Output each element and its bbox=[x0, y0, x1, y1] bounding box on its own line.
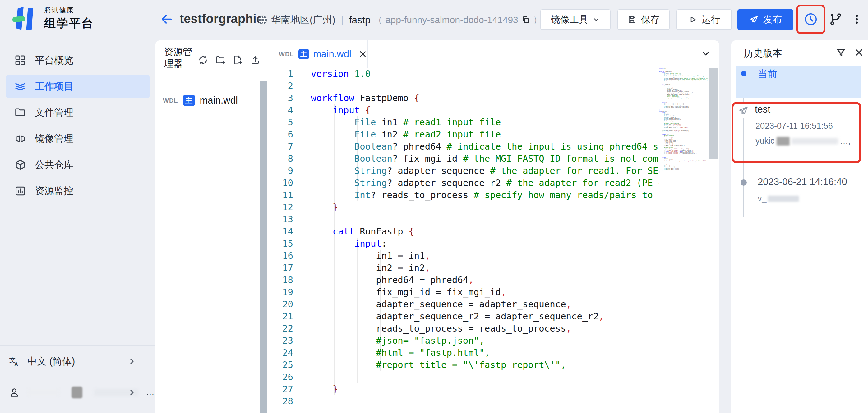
language-selector[interactable]: 文 A 中文 (简体) bbox=[0, 346, 155, 377]
line-number: 19 bbox=[268, 286, 293, 298]
tab-close-icon[interactable] bbox=[358, 50, 368, 59]
monitor-icon bbox=[14, 185, 26, 197]
brand-main: 组学平台 bbox=[44, 16, 94, 31]
line-number: 11 bbox=[268, 189, 293, 201]
sidebar-item-label: 公共仓库 bbox=[35, 158, 73, 171]
workspace-card: 资源管理器 bbox=[155, 40, 719, 413]
back-icon[interactable] bbox=[160, 12, 174, 26]
code-line[interactable]: } bbox=[311, 383, 659, 395]
code-line[interactable]: fix_mgi_id = fix_mgi_id, bbox=[311, 286, 659, 298]
code-line[interactable] bbox=[311, 80, 659, 92]
code-line[interactable]: #json= "fastp.json", bbox=[311, 335, 659, 347]
code-line[interactable]: } bbox=[311, 201, 659, 213]
sidebar-item-label: 镜像管理 bbox=[35, 132, 73, 145]
page-title: testforgraphic bbox=[180, 12, 263, 26]
user-account-row[interactable]: … bbox=[0, 377, 155, 408]
app-id-paren-open: （ bbox=[374, 14, 382, 26]
sidebar-item-images[interactable]: 镜像管理 bbox=[0, 126, 155, 152]
code-line[interactable]: String? adapter_sequence_r2 # the adapte… bbox=[311, 177, 659, 189]
code-line[interactable]: in1 = in1, bbox=[311, 250, 659, 262]
sidebar-item-files[interactable]: 文件管理 bbox=[0, 99, 155, 126]
upload-icon[interactable] bbox=[250, 55, 260, 65]
cube-icon bbox=[14, 159, 26, 171]
image-tool-dropdown[interactable]: 镜像工具 bbox=[540, 9, 611, 30]
branch-button[interactable] bbox=[826, 9, 846, 29]
code-line[interactable]: workflow FastpDemo { bbox=[311, 92, 659, 104]
sidebar-item-public-repo[interactable]: 公共仓库 bbox=[0, 152, 155, 178]
code-line[interactable]: Boolean? fix_mgi_id # the MGI FASTQ ID f… bbox=[311, 153, 659, 165]
old-version-dot bbox=[741, 179, 747, 186]
refresh-icon[interactable] bbox=[198, 55, 208, 65]
sidebar-item-overview[interactable]: 平台概览 bbox=[0, 47, 155, 73]
code-line[interactable]: input: bbox=[311, 238, 659, 250]
history-panel-title: 历史版本 bbox=[744, 47, 782, 60]
code-line[interactable]: version 1.0 bbox=[311, 68, 659, 80]
author-blurred bbox=[768, 196, 799, 202]
author-visible-text: yukic bbox=[755, 136, 775, 146]
file-name: main.wdl bbox=[200, 95, 238, 106]
history-clock-button[interactable] bbox=[801, 9, 821, 29]
code-line[interactable]: String? adapter_sequence # the adapter f… bbox=[311, 165, 659, 177]
sidebar-item-projects[interactable]: 工作项目 bbox=[6, 75, 150, 98]
line-number: 13 bbox=[268, 213, 293, 226]
version-timestamp: 2023-06-21 14:16:40 bbox=[757, 176, 847, 187]
filter-icon[interactable] bbox=[836, 47, 846, 58]
code-line[interactable]: phred64 = phred64, bbox=[311, 274, 659, 286]
code-line[interactable]: #html = "fastp.html", bbox=[311, 347, 659, 359]
code-line[interactable]: adapter_sequence_r2 = adapter_sequence_r… bbox=[311, 311, 659, 323]
code-line[interactable]: call RunFastp { bbox=[311, 226, 659, 238]
tab-list-dropdown[interactable] bbox=[692, 40, 719, 67]
copy-icon[interactable] bbox=[521, 16, 530, 24]
code-line[interactable]: #report_title = "\'fastp report\'", bbox=[311, 359, 659, 371]
sidebar-item-monitor[interactable]: 资源监控 bbox=[0, 178, 155, 204]
git-branch-icon bbox=[829, 12, 842, 26]
line-number: 21 bbox=[268, 311, 293, 323]
author-blurred bbox=[792, 138, 838, 144]
code-line[interactable]: reads_to_process = reads_to_process, bbox=[311, 323, 659, 335]
history-entry-test[interactable]: test 2023-07-11 16:51:56 yukic …, bbox=[731, 102, 861, 163]
code-line[interactable]: Int? reads_to_process # specify how many… bbox=[311, 189, 659, 201]
line-number: 7 bbox=[268, 141, 293, 153]
code-line[interactable] bbox=[311, 213, 659, 226]
chevron-right-icon bbox=[127, 357, 136, 366]
code-content[interactable]: version 1.0 workflow FastpDemo { input {… bbox=[311, 68, 659, 407]
published-plane-icon bbox=[737, 104, 750, 118]
new-file-icon[interactable] bbox=[232, 55, 243, 65]
author-tail-text: …, bbox=[840, 136, 851, 146]
app-id: app-funny-salmon-dodo-141493 bbox=[385, 14, 518, 25]
more-menu-button[interactable] bbox=[849, 9, 864, 29]
tab-main-wdl[interactable]: WDL 主 main.wdl bbox=[268, 40, 368, 68]
run-button[interactable]: 运行 bbox=[677, 9, 732, 30]
version-name: test bbox=[755, 104, 770, 115]
publish-button[interactable]: 发布 bbox=[737, 9, 794, 30]
tab-main-badge: 主 bbox=[299, 49, 309, 59]
history-entry-current[interactable]: 当前 bbox=[736, 66, 861, 98]
code-line[interactable]: in2 = in2, bbox=[311, 262, 659, 274]
new-folder-icon[interactable] bbox=[215, 55, 226, 65]
layers-icon bbox=[14, 81, 26, 92]
minimap[interactable]: version 1.0 workflow FastpDemo { input {… bbox=[659, 68, 709, 412]
platform-logo: 腾讯健康 组学平台 bbox=[12, 6, 94, 31]
save-button[interactable]: 保存 bbox=[617, 9, 670, 30]
save-icon bbox=[627, 15, 637, 24]
code-line[interactable]: Boolean? phred64 # indicate the input is… bbox=[311, 141, 659, 153]
code-line[interactable]: input { bbox=[311, 104, 659, 116]
close-icon[interactable] bbox=[854, 47, 864, 58]
left-sidebar: 平台概览工作项目文件管理镜像管理公共仓库资源监控 文 A 中文 (简体) … bbox=[0, 40, 155, 413]
line-number: 10 bbox=[268, 177, 293, 189]
code-line[interactable] bbox=[311, 395, 659, 407]
code-line[interactable]: File in2 # read2 input file bbox=[311, 128, 659, 141]
code-line[interactable] bbox=[311, 371, 659, 383]
history-entry-2023-06-21[interactable]: 2023-06-21 14:16:40 v_ bbox=[731, 176, 861, 219]
explorer-scrollbar[interactable] bbox=[260, 81, 267, 413]
editor-area: WDL 主 main.wdl 1234567891011121314151617… bbox=[268, 40, 719, 413]
line-number: 15 bbox=[268, 238, 293, 250]
editor-scrollbar-thumb[interactable] bbox=[709, 68, 718, 159]
tab-file-name: main.wdl bbox=[313, 49, 351, 60]
code-line[interactable]: adapter_sequence = adapter_sequence, bbox=[311, 298, 659, 311]
tab-file-type-label: WDL bbox=[279, 51, 294, 58]
code-editor[interactable]: 1234567891011121314151617181920212223242… bbox=[268, 68, 719, 413]
file-item-main-wdl[interactable]: WDL 主 main.wdl bbox=[155, 90, 261, 111]
code-line[interactable]: File in1 # read1 input file bbox=[311, 116, 659, 128]
sidebar-item-label: 平台概览 bbox=[35, 54, 73, 67]
